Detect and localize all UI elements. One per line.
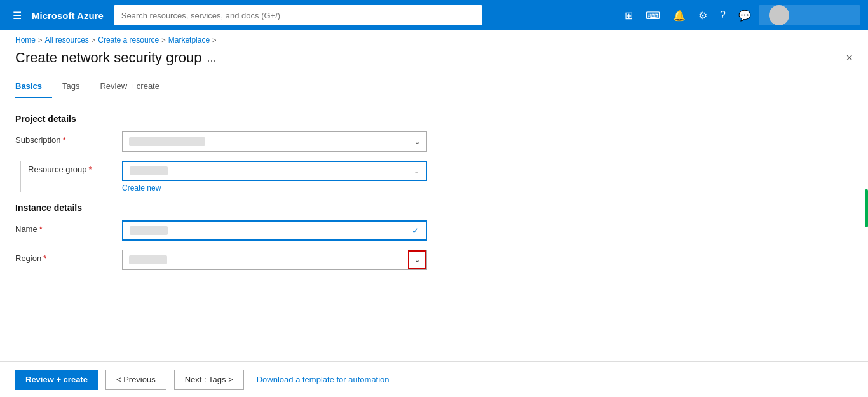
breadcrumb: Home > All resources > Create a resource… [0, 30, 868, 47]
resource-group-chevron-icon: ⌄ [414, 167, 419, 175]
breadcrumb-create-resource[interactable]: Create a resource [98, 36, 159, 44]
tab-review-create[interactable]: Review + create [90, 76, 170, 98]
review-create-button[interactable]: Review + create [15, 370, 98, 390]
name-check-icon: ✓ [412, 225, 419, 236]
subscription-dropdown[interactable]: ⌄ [122, 131, 427, 152]
breadcrumb-all-resources[interactable]: All resources [44, 36, 88, 44]
resource-group-dropdown[interactable]: ⌄ [122, 161, 427, 181]
close-button[interactable]: × [846, 51, 853, 65]
next-button[interactable]: Next : Tags > [174, 370, 244, 390]
scroll-indicator [865, 189, 868, 227]
tabs-container: Basics Tags Review + create [0, 76, 868, 98]
page-title: Create network security group [15, 50, 201, 66]
breadcrumb-marketplace[interactable]: Marketplace [168, 36, 210, 44]
region-chevron-area[interactable]: ⌄ [408, 250, 426, 269]
brand-logo: Microsoft Azure [32, 10, 104, 21]
name-value [130, 226, 168, 235]
main-wrapper: Home > All resources > Create a resource… [0, 30, 868, 397]
project-section-title: Project details [15, 114, 853, 124]
subscription-label: Subscription * [15, 131, 117, 145]
resource-group-label-area: Resource group * [15, 161, 117, 192]
region-control: ⌄ [122, 250, 427, 270]
resource-group-value [130, 166, 168, 175]
topnav-icons: ⊞ ⌨ 🔔 ⚙ ? 💬 [620, 5, 860, 25]
avatar [769, 5, 789, 25]
create-new-link[interactable]: Create new [122, 184, 427, 192]
page-title-area: Create network security group ... [15, 50, 216, 66]
subscription-control: ⌄ [122, 131, 427, 152]
region-chevron-icon: ⌄ [414, 256, 420, 264]
name-input[interactable]: ✓ [122, 220, 427, 241]
hamburger-icon[interactable]: ☰ [8, 7, 27, 24]
subscription-row: Subscription * ⌄ [15, 131, 853, 152]
page-title-ellipsis[interactable]: ... [207, 51, 216, 65]
cloud-shell-icon[interactable]: ⌨ [641, 6, 665, 25]
account-info[interactable] [759, 5, 860, 25]
portal-dashboard-icon[interactable]: ⊞ [620, 6, 638, 25]
settings-icon[interactable]: ⚙ [693, 6, 712, 25]
download-template-button[interactable]: Download a template for automation [252, 375, 395, 384]
name-control: ✓ [122, 220, 427, 241]
resource-group-label: Resource group [28, 165, 87, 174]
region-label: Region * [15, 250, 117, 263]
resource-group-row: Resource group * ⌄ Create new [15, 161, 853, 192]
name-row: Name * ✓ [15, 220, 853, 241]
search-input[interactable] [114, 5, 482, 25]
notification-icon[interactable]: 🔔 [668, 6, 691, 25]
tab-basics[interactable]: Basics [15, 76, 52, 98]
subscription-chevron-icon: ⌄ [414, 138, 420, 146]
region-dropdown[interactable]: ⌄ [122, 250, 427, 270]
breadcrumb-home[interactable]: Home [15, 36, 36, 44]
page-header: Create network security group ... × [0, 47, 868, 71]
subscription-value [129, 137, 205, 146]
instance-section-title: Instance details [15, 203, 853, 213]
name-label: Name * [15, 220, 117, 234]
previous-button[interactable]: < Previous [105, 370, 166, 390]
resource-group-control: ⌄ Create new [122, 161, 427, 192]
tab-tags[interactable]: Tags [52, 76, 90, 98]
region-row: Region * ⌄ [15, 250, 853, 270]
region-value [129, 255, 167, 264]
help-icon[interactable]: ? [715, 6, 731, 25]
feedback-icon[interactable]: 💬 [733, 6, 756, 25]
footer: Review + create < Previous Next : Tags >… [0, 361, 868, 397]
topnav: ☰ Microsoft Azure ⊞ ⌨ 🔔 ⚙ ? 💬 [0, 0, 868, 30]
form-content: Project details Subscription * ⌄ [0, 98, 868, 361]
